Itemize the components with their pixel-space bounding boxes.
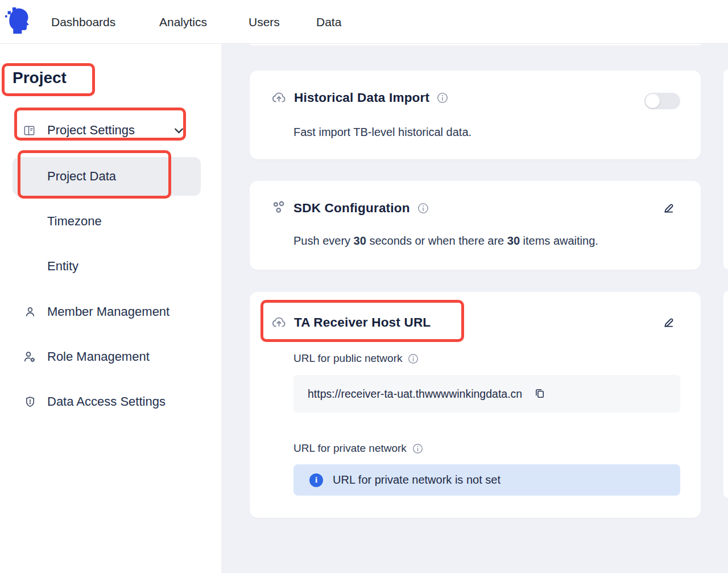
main-content: Historical Data Import Fast import TB-le… [221,44,728,573]
sdk-nodes-icon [271,200,286,216]
historical-import-toggle[interactable] [644,93,680,109]
private-url-label: URL for private network [293,442,423,455]
chevron-down-icon[interactable] [175,128,183,134]
cloud-upload-icon [271,315,287,330]
right-column-card-edge [723,291,728,498]
card-title: Historical Data Import [294,90,429,105]
card-title: TA Receiver Host URL [294,315,431,330]
sdk-interval-value: 30 [354,234,366,247]
nav-item-data[interactable]: Data [316,0,341,44]
person-gear-icon [23,350,36,364]
card-description: Push every 30 seconds or when there are … [293,234,598,248]
nav-item-dashboards[interactable]: Dashboards [51,0,115,44]
card-ta-receiver-host-url: TA Receiver Host URL URL for public netw… [250,292,701,518]
sidebar-item-label: Project Data [13,157,201,196]
sidebar-item-project-data[interactable]: Project Data [13,157,201,196]
cloud-upload-icon [271,90,287,105]
nav-item-analytics[interactable]: Analytics [159,0,207,44]
sidebar-item-data-access-settings[interactable]: Data Access Settings [47,394,166,410]
toggle-knob [646,94,660,108]
info-filled-icon: i [309,473,323,487]
top-nav-bar: Dashboards Analytics Users Data [0,0,728,44]
sidebar-title-project: Project [13,69,67,87]
brand-logo-icon[interactable] [5,5,32,37]
shield-alert-icon [24,395,36,409]
sidebar-item-role-management[interactable]: Role Management [47,349,150,365]
private-url-notice-banner: i URL for private network is not set [293,464,680,496]
sidebar-item-timezone[interactable]: Timezone [47,213,102,229]
sdk-batch-value: 30 [507,234,520,247]
sidebar: Project Project Settings Project Data Ti… [0,44,221,573]
public-url-label: URL for public network [293,352,419,365]
copy-icon[interactable] [533,388,546,400]
edit-pencil-icon[interactable] [662,316,676,329]
card-historical-data-import: Historical Data Import Fast import TB-le… [250,71,701,159]
info-icon[interactable] [417,203,429,214]
card-sdk-configuration: SDK Configuration Push every 30 seconds … [250,181,701,270]
nav-item-users[interactable]: Users [249,0,280,44]
card-title: SDK Configuration [293,201,410,216]
sidebar-item-entity[interactable]: Entity [47,258,78,274]
edit-pencil-icon[interactable] [662,201,676,215]
layout-panel-icon [23,124,36,137]
right-column-card-edge [723,69,728,269]
card-description: Fast import TB-level historical data. [293,126,471,139]
notice-text: URL for private network is not set [333,473,500,487]
sidebar-item-member-management[interactable]: Member Management [47,304,169,320]
person-icon [24,305,36,319]
sidebar-item-project-settings[interactable]: Project Settings [47,123,135,138]
public-url-value: https://receiver-ta-uat.thwwwwinkingdata… [308,388,522,401]
info-icon[interactable] [437,92,448,104]
info-icon[interactable] [408,353,419,364]
info-icon[interactable] [412,443,423,454]
public-url-field: https://receiver-ta-uat.thwwwwinkingdata… [293,375,680,413]
scrolled-card-remnant [250,44,701,46]
